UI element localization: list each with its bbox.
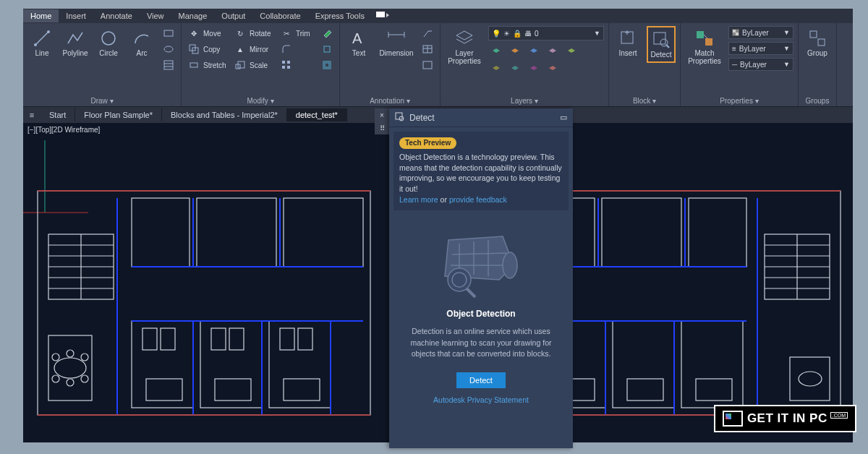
svg-point-90 xyxy=(799,372,822,386)
layer-dropdown[interactable]: 💡 ☀ 🔒 🖶 0 ▼ xyxy=(488,26,604,40)
ribbon-group-draw: Line Polyline Circle Arc xyxy=(23,23,182,106)
file-tab-3[interactable]: detect_test* xyxy=(287,108,347,121)
ribbon-tab-featured[interactable] xyxy=(372,10,393,22)
svg-point-3 xyxy=(47,30,50,33)
insert-block-tool[interactable]: Insert xyxy=(613,26,642,60)
leader-tool[interactable] xyxy=(420,26,435,40)
groups-group-label[interactable]: Groups xyxy=(803,95,832,106)
properties-group-label[interactable]: Properties ▾ xyxy=(685,95,793,106)
array-tool[interactable] xyxy=(278,58,315,72)
ribbon-tab-manage[interactable]: Manage xyxy=(171,9,215,22)
file-tab-2[interactable]: Blocks and Tables - Imperial2* xyxy=(162,108,287,121)
svg-rect-16 xyxy=(287,61,290,64)
arc-tool[interactable]: Arc xyxy=(127,26,156,60)
svg-point-55 xyxy=(67,379,74,386)
dim-label: Dimension xyxy=(379,49,413,57)
panel-close-icon[interactable]: × xyxy=(380,111,384,119)
layer-iso-tool[interactable] xyxy=(488,45,504,59)
lineweight-dropdown[interactable]: ≡ByLayer▼ xyxy=(728,42,793,55)
ribbon-tab-output[interactable]: Output xyxy=(214,9,252,22)
circle-tool[interactable]: Circle xyxy=(94,26,123,60)
ribbon-tab-home[interactable]: Home xyxy=(23,9,59,22)
ribbon-tab-insert[interactable]: Insert xyxy=(59,9,93,22)
dimension-tool[interactable]: Dimension xyxy=(378,26,415,60)
layer-more4[interactable] xyxy=(545,62,561,77)
viewport-label[interactable]: [−][Top][2D Wireframe] xyxy=(27,126,100,134)
draw-group-label[interactable]: Draw ▾ xyxy=(27,95,176,106)
panel-settings-icon[interactable]: ▭ xyxy=(560,113,567,122)
svg-rect-69 xyxy=(197,198,276,267)
detect-panel-icon xyxy=(395,112,405,124)
svg-rect-35 xyxy=(705,38,712,46)
ribbon-tab-collaborate[interactable]: Collaborate xyxy=(252,9,307,22)
fillet-icon xyxy=(280,43,293,56)
learn-more-link[interactable]: Learn more xyxy=(399,195,438,204)
fillet-tool[interactable] xyxy=(278,42,315,56)
stretch-tool[interactable]: Stretch xyxy=(186,58,228,72)
svg-rect-21 xyxy=(325,63,329,67)
watermark-monitor-icon xyxy=(723,411,743,427)
text-tool[interactable]: A Text xyxy=(344,26,373,60)
modify-group-label[interactable]: Modify ▾ xyxy=(186,95,335,106)
svg-line-33 xyxy=(666,45,669,48)
erase-tool[interactable] xyxy=(319,26,335,40)
mtext-icon xyxy=(421,59,434,72)
layer-icon xyxy=(546,63,559,76)
detect-panel-title: Detect xyxy=(409,113,556,123)
table-tool[interactable] xyxy=(420,42,435,56)
copy-tool[interactable]: Copy xyxy=(186,42,228,56)
explode-tool[interactable] xyxy=(319,42,335,56)
mirror-tool[interactable]: ▲Mirror xyxy=(232,42,274,56)
svg-rect-31 xyxy=(654,33,665,44)
svg-rect-98 xyxy=(602,198,681,267)
tech-preview-note: Tech Preview Object Detection is a techn… xyxy=(393,132,569,210)
color-dropdown[interactable]: ByLayer▼ xyxy=(728,26,793,39)
detect-tool[interactable]: Detect xyxy=(647,26,676,63)
erase-icon xyxy=(320,27,333,40)
file-menu-icon[interactable]: ≡ xyxy=(23,111,41,119)
layer-match-tool[interactable] xyxy=(563,45,579,59)
layer-freeze-tool[interactable] xyxy=(526,45,542,59)
mtext-tool[interactable] xyxy=(420,58,435,72)
offset-tool[interactable] xyxy=(319,58,335,72)
scale-tool[interactable]: Scale xyxy=(232,58,274,72)
svg-point-6 xyxy=(164,46,173,52)
lightbulb-icon: 💡 xyxy=(492,30,501,38)
match-properties-tool[interactable]: Match Properties xyxy=(685,26,724,68)
ribbon-tab-express[interactable]: Express Tools xyxy=(308,9,372,22)
rect-tool[interactable] xyxy=(161,26,176,40)
layer-lock-tool[interactable] xyxy=(545,45,561,59)
block-group-label[interactable]: Block ▾ xyxy=(613,95,676,106)
panel-dock-icon[interactable]: ⠿ xyxy=(380,124,385,132)
layer-off-tool[interactable] xyxy=(507,45,523,59)
detect-illustration xyxy=(389,215,573,309)
ribbon-tab-view[interactable]: View xyxy=(140,9,171,22)
svg-rect-67 xyxy=(298,328,312,350)
linetype-dropdown[interactable]: ─ByLayer▼ xyxy=(728,58,793,71)
polyline-tool[interactable]: Polyline xyxy=(61,26,90,60)
layer-more1[interactable] xyxy=(488,62,504,77)
stretch-icon xyxy=(187,59,200,72)
ribbon-tab-annotate[interactable]: Annotate xyxy=(93,9,140,22)
lineweight-icon: ≡ xyxy=(732,45,736,53)
feedback-link[interactable]: provide feedback xyxy=(449,195,507,204)
move-tool[interactable]: ✥Move xyxy=(186,26,228,40)
trim-tool[interactable]: ✂Trim xyxy=(278,26,315,40)
layer-icon xyxy=(546,46,559,59)
file-tab-start[interactable]: Start xyxy=(41,108,75,121)
panel-dock-strip: × ⠿ xyxy=(375,108,389,134)
detect-button[interactable]: Detect xyxy=(456,372,506,388)
group-tool[interactable]: Group xyxy=(803,26,832,60)
layers-group-label[interactable]: Layers ▾ xyxy=(445,95,604,106)
rotate-tool[interactable]: ↻Rotate xyxy=(232,26,274,40)
layer-properties-tool[interactable]: Layer Properties xyxy=(445,26,484,68)
layer-more2[interactable] xyxy=(507,62,523,77)
annotation-group-label[interactable]: Annotation ▾ xyxy=(344,95,435,106)
linetype-icon: ─ xyxy=(732,61,737,69)
privacy-link[interactable]: Autodesk Privacy Statement xyxy=(433,395,529,404)
layer-more3[interactable] xyxy=(526,62,542,77)
file-tab-1[interactable]: Floor Plan Sample* xyxy=(75,108,162,121)
ellipse-tool[interactable] xyxy=(161,42,176,56)
hatch-tool[interactable] xyxy=(161,58,176,72)
line-tool[interactable]: Line xyxy=(27,26,56,60)
